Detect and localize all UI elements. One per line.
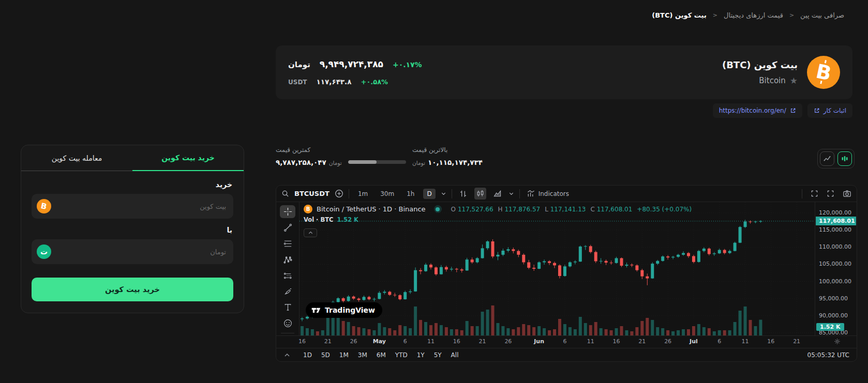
chart-clock[interactable]: 05:05:32 UTC <box>807 351 850 359</box>
trendline-icon[interactable] <box>280 221 295 234</box>
time-tick: May <box>373 338 386 345</box>
change-value: +80.35 (+0.07%) <box>637 206 692 213</box>
breadcrumb-home[interactable]: صرافی بیت پین <box>800 11 844 19</box>
expand-icon[interactable] <box>811 190 818 197</box>
coin-identity: B بیت کوین (BTC) ★ Bitcoin <box>722 56 840 89</box>
highest-price-block: بالاترین قیمت تومان ۱۰,۱۱۵,۱۷۴,۷۳۴ <box>412 146 483 166</box>
coin-prices: تومان ۹,۹۴۹,۷۲۴,۳۸۵ +۰.۱۷% USDT ۱۱۷,۶۴۳.… <box>288 59 422 86</box>
favorite-star-icon[interactable]: ★ <box>790 76 798 85</box>
interval-1m-button[interactable]: 1m <box>354 189 371 199</box>
price-tick: 90,000.00 <box>819 312 848 319</box>
range-all-button[interactable]: All <box>451 351 459 359</box>
open-value: 117,527.66 <box>458 206 493 213</box>
range-1y-button[interactable]: 1Y <box>417 351 425 359</box>
time-tick: 6 <box>717 338 721 345</box>
highest-price-unit: تومان <box>412 160 425 166</box>
breadcrumb-prices[interactable]: قیمت ارزهای دیجیتال <box>724 11 783 19</box>
range-1m-button[interactable]: 1M <box>339 351 349 359</box>
search-icon[interactable] <box>281 190 289 197</box>
range-5d-button[interactable]: 5D <box>321 351 330 359</box>
symbol-button[interactable]: BTCUSDT <box>294 190 330 197</box>
coin-header-card: B بیت کوین (BTC) ★ Bitcoin تومان ۹,۹۴۹,۷… <box>276 45 852 99</box>
chart-toolbar: BTCUSDT 1m 30m 1h D Indicators <box>276 186 857 202</box>
bitcoin-badge-icon: B <box>37 199 51 213</box>
fullscreen-icon[interactable] <box>827 190 834 197</box>
external-link-icon <box>790 108 796 114</box>
time-tick: 21 <box>324 338 332 345</box>
xabcd-pattern-icon[interactable] <box>280 253 295 266</box>
lowest-price-label: کمترین قیمت <box>276 146 342 154</box>
tab-buy-bitcoin[interactable]: خرید بیت کوین <box>132 145 244 171</box>
breadcrumb: صرافی بیت پین > قیمت ارزهای دیجیتال > بی… <box>652 11 844 19</box>
website-url: https://bitcoin.org/en/ <box>719 107 786 114</box>
price-tick: 105,000.00 <box>819 261 851 267</box>
legend-collapse-button[interactable] <box>304 228 317 237</box>
area-style-icon[interactable] <box>491 188 503 200</box>
time-tick: 11 <box>742 338 749 345</box>
chevron-down-icon[interactable] <box>508 191 514 196</box>
legend-title[interactable]: Bitcoin / TetherUS · 1D · Binance <box>317 205 426 213</box>
candle-chart-toggle-button[interactable] <box>837 151 852 166</box>
compare-add-icon[interactable] <box>335 189 343 198</box>
time-axis[interactable]: 162126May611162126Jun611162126Jul6111621 <box>276 335 857 348</box>
high-value: 117,876.57 <box>504 206 540 213</box>
tradingview-attribution[interactable]: TradingView <box>306 302 382 318</box>
range-1d-button[interactable]: 1D <box>303 351 312 359</box>
price-tick: 120,000.00 <box>819 209 851 216</box>
chart-legend: B Bitcoin / TetherUS · 1D · Binance O 11… <box>304 205 692 213</box>
fib-retracement-icon[interactable] <box>280 237 295 250</box>
price-scale[interactable]: 120,000.00115,000.00110,000.00105,000.00… <box>815 202 857 335</box>
tools-divider <box>281 333 294 333</box>
buy-submit-button[interactable]: خرید بیت کوین <box>32 278 233 301</box>
coin-name-en: Bitcoin <box>759 76 785 85</box>
interval-30m-button[interactable]: 30m <box>377 189 398 199</box>
buy-field-label: خرید <box>33 180 232 189</box>
chevron-up-icon <box>308 230 313 236</box>
time-tick: Jun <box>534 338 544 345</box>
usdt-unit-label: USDT <box>288 79 307 86</box>
volume-value: 1.52 K <box>337 216 358 223</box>
proof-of-work-link[interactable]: اثبات کار <box>807 103 852 118</box>
trade-tabs: خرید بیت کوین معامله بیت کوین <box>21 145 244 171</box>
price-tick: 100,000.00 <box>819 278 851 285</box>
emoji-icon[interactable] <box>280 317 295 330</box>
bars-style-icon[interactable] <box>457 188 469 200</box>
time-tick: 16 <box>453 338 460 345</box>
range-5y-button[interactable]: 5Y <box>434 351 442 359</box>
time-tick: Jul <box>690 338 698 345</box>
time-tick: 16 <box>613 338 620 345</box>
crosshair-icon[interactable] <box>280 205 295 218</box>
interval-1h-button[interactable]: 1h <box>403 189 418 199</box>
camera-icon[interactable] <box>843 189 851 198</box>
text-tool-icon[interactable] <box>280 301 295 314</box>
market-status-icon[interactable] <box>434 205 442 213</box>
pane-chevron-up-icon[interactable] <box>283 351 291 359</box>
trade-widget: خرید بیت کوین معامله بیت کوین خرید B با … <box>21 145 244 313</box>
breadcrumb-current: بیت کوین (BTC) <box>652 11 707 19</box>
range-fill <box>348 160 377 164</box>
toman-badge-icon: ت <box>37 244 51 259</box>
chevron-down-icon[interactable] <box>441 191 446 196</box>
volume-label: Vol · BTC <box>304 216 334 223</box>
low-value: 117,141.13 <box>550 206 586 213</box>
time-tick: 21 <box>638 338 646 345</box>
indicators-button[interactable]: Indicators <box>525 188 571 200</box>
axis-settings-gear-icon[interactable] <box>834 338 841 345</box>
price-range-section: کمترین قیمت ۹,۷۸۷,۲۵۸,۰۴۷ تومان بالاترین… <box>276 146 483 166</box>
tab-trade-bitcoin[interactable]: معامله بیت کوین <box>21 145 132 171</box>
long-position-icon[interactable] <box>280 269 295 282</box>
range-3m-button[interactable]: 3M <box>358 351 367 359</box>
chart-bottom-bar: 1D 5D 1M 3M 6M YTD 1Y 5Y All 05:05:32 UT… <box>276 348 857 361</box>
buy-amount-input[interactable] <box>32 194 233 219</box>
open-label: O <box>451 206 456 213</box>
line-chart-toggle-button[interactable] <box>820 151 834 166</box>
brush-icon[interactable] <box>280 285 295 298</box>
website-link[interactable]: https://bitcoin.org/en/ <box>713 103 802 118</box>
range-6m-button[interactable]: 6M <box>377 351 386 359</box>
line-chart-icon <box>823 155 831 163</box>
interval-1d-button[interactable]: D <box>423 189 435 199</box>
pay-amount-input[interactable] <box>32 239 233 264</box>
candles-style-icon[interactable] <box>474 188 486 200</box>
range-ytd-button[interactable]: YTD <box>395 351 408 359</box>
bitcoin-mini-icon: B <box>304 205 312 213</box>
